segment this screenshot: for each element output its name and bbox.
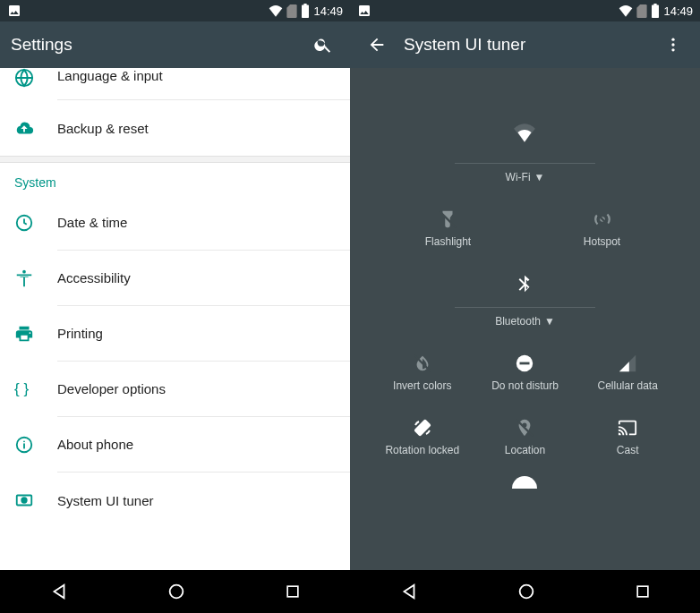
settings-list[interactable]: Language & input Backup & reset System D… <box>0 68 350 570</box>
battery-icon <box>651 4 660 18</box>
setting-backup-reset[interactable]: Backup & reset <box>0 100 350 156</box>
partial-tile-icon <box>512 476 537 489</box>
sim-icon <box>286 4 297 18</box>
setting-label: Developer options <box>57 362 350 417</box>
arrow-back-icon <box>367 35 387 55</box>
tile-label: Cellular data <box>597 379 657 392</box>
nav-recent[interactable] <box>634 583 652 600</box>
setting-label: Backup & reset <box>57 100 350 156</box>
cast-icon <box>617 417 638 438</box>
setting-label: System UI tuner <box>57 473 350 528</box>
status-bar: 14:49 <box>0 0 350 21</box>
tile-wifi[interactable] <box>480 113 569 152</box>
tile-flashlight[interactable]: Flashlight <box>403 200 492 257</box>
tile-wifi-label[interactable]: Wi-Fi ▼ <box>506 171 545 183</box>
setting-label: Date & time <box>57 195 350 251</box>
nav-back[interactable] <box>399 582 419 601</box>
svg-rect-14 <box>414 419 431 437</box>
search-icon <box>313 35 333 55</box>
svg-point-10 <box>671 48 674 51</box>
nav-back[interactable] <box>49 582 69 601</box>
dropdown-icon: ▼ <box>534 171 545 183</box>
accessibility-icon <box>14 268 57 288</box>
info-icon <box>14 435 57 455</box>
invert-colors-icon <box>413 353 432 374</box>
image-icon <box>7 4 21 18</box>
svg-rect-13 <box>520 362 530 365</box>
back-button[interactable] <box>361 29 393 61</box>
section-header-system: System <box>0 163 350 195</box>
navigation-bar <box>350 570 700 613</box>
nav-recent[interactable] <box>284 583 302 600</box>
divider <box>455 307 594 308</box>
search-button[interactable] <box>307 29 339 61</box>
tile-label: Do not disturb <box>491 379 559 392</box>
signal-icon <box>618 353 637 374</box>
app-bar: System UI tuner <box>350 21 700 68</box>
tuner-icon <box>14 490 57 510</box>
setting-date-time[interactable]: Date & time <box>0 195 350 251</box>
tile-label: Cast <box>617 444 639 456</box>
more-vert-icon <box>664 36 682 54</box>
tile-hotspot[interactable]: Hotspot <box>558 200 647 257</box>
tile-cast[interactable]: Cast <box>583 408 672 465</box>
flashlight-icon <box>438 209 457 230</box>
page-title: Settings <box>11 35 307 55</box>
rotation-lock-icon <box>412 417 433 438</box>
settings-screen: 14:49 Settings Language & input Backup &… <box>0 0 350 613</box>
setting-label: About phone <box>57 417 350 473</box>
globe-icon <box>14 68 57 88</box>
tile-location[interactable]: Location <box>480 408 569 465</box>
divider <box>455 163 594 164</box>
image-icon <box>357 4 371 18</box>
tile-label: Invert colors <box>393 379 451 392</box>
setting-printing[interactable]: Printing <box>0 306 350 362</box>
tile-label: Rotation locked <box>385 444 459 456</box>
svg-rect-16 <box>637 586 648 597</box>
navigation-bar <box>0 570 350 613</box>
nav-home[interactable] <box>166 582 186 601</box>
svg-point-15 <box>519 585 533 599</box>
do-not-disturb-icon <box>515 353 534 374</box>
tile-rotation-locked[interactable]: Rotation locked <box>378 408 467 465</box>
svg-rect-7 <box>287 586 298 597</box>
tile-label: Location <box>505 444 545 456</box>
tuner-grid: Wi-Fi ▼ Flashlight Hotspot <box>350 68 700 570</box>
overflow-menu-button[interactable] <box>657 29 689 61</box>
location-icon <box>515 417 534 438</box>
svg-point-2 <box>22 270 26 274</box>
setting-developer-options[interactable]: { } Developer options <box>0 362 350 417</box>
tile-bluetooth[interactable] <box>480 264 569 296</box>
tile-label: Hotspot <box>584 235 620 248</box>
tuner-screen: 14:49 System UI tuner Wi-Fi ▼ <box>350 0 700 613</box>
wifi-icon <box>619 4 633 17</box>
nav-home[interactable] <box>516 582 536 601</box>
section-divider <box>0 156 350 163</box>
clock-icon <box>14 213 57 233</box>
tile-label: Flashlight <box>425 235 471 248</box>
app-bar: Settings <box>0 21 350 68</box>
page-title: System UI tuner <box>404 35 657 55</box>
setting-accessibility[interactable]: Accessibility <box>0 251 350 306</box>
setting-system-ui-tuner[interactable]: System UI tuner <box>0 473 350 528</box>
svg-point-6 <box>169 585 183 599</box>
setting-language-input[interactable]: Language & input <box>0 68 350 100</box>
battery-icon <box>301 4 310 18</box>
svg-point-9 <box>671 43 674 46</box>
setting-about-phone[interactable]: About phone <box>0 417 350 473</box>
tile-cellular-data[interactable]: Cellular data <box>583 344 672 401</box>
status-bar: 14:49 <box>350 0 700 21</box>
setting-label: Language & input <box>57 68 350 100</box>
wifi-icon <box>269 4 283 17</box>
bluetooth-icon <box>515 273 534 294</box>
setting-label: Accessibility <box>57 251 350 306</box>
tile-bluetooth-label[interactable]: Bluetooth ▼ <box>495 315 555 328</box>
tile-do-not-disturb[interactable]: Do not disturb <box>480 344 569 401</box>
status-time: 14:49 <box>313 4 343 18</box>
hotspot-icon <box>593 209 612 230</box>
tile-invert-colors[interactable]: Invert colors <box>378 344 467 401</box>
setting-label: Printing <box>57 306 350 362</box>
sim-icon <box>636 4 647 18</box>
status-time: 14:49 <box>663 4 693 18</box>
dropdown-icon: ▼ <box>544 315 555 328</box>
